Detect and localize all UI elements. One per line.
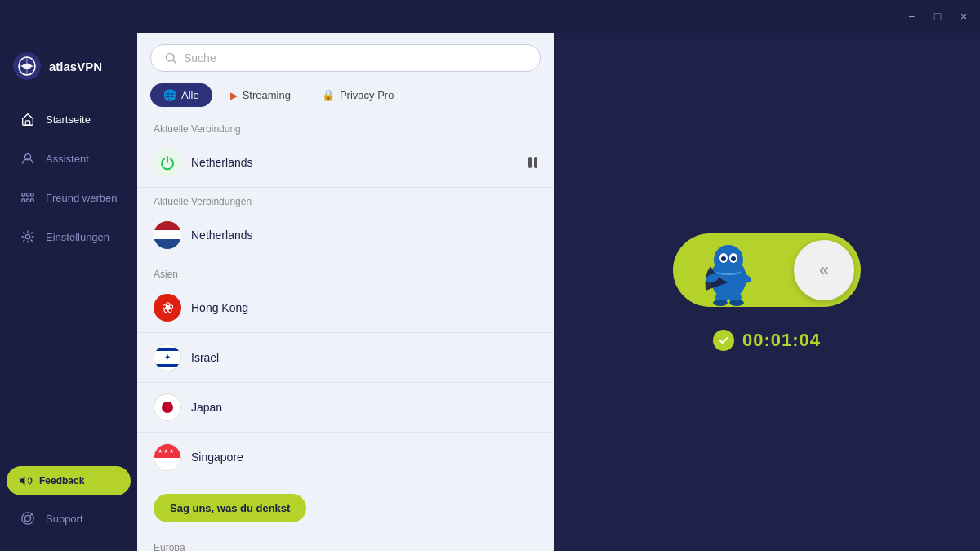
- mascot-icon: [688, 233, 769, 307]
- svg-point-19: [714, 245, 743, 274]
- search-icon: [164, 51, 177, 64]
- tab-streaming-label: Streaming: [243, 89, 291, 101]
- sidebar-item-freund-werben[interactable]: Freund werben: [7, 180, 131, 216]
- titlebar: − □ ×: [0, 0, 980, 33]
- flag-japan: [154, 393, 181, 421]
- logo-area: atlasVPN: [0, 46, 137, 100]
- power-icon: [154, 149, 181, 176]
- feedback-cta-button[interactable]: Sag uns, was du denkst: [154, 494, 306, 522]
- server-name-il: Israel: [191, 351, 537, 364]
- feedback-button[interactable]: Feedback: [7, 466, 131, 495]
- chevron-left-icon: «: [819, 260, 829, 281]
- flag-israel: ✦: [154, 344, 181, 371]
- right-panel: « 00:01:04: [554, 33, 980, 551]
- vpn-toggle-area: « 00:01:04: [673, 233, 861, 351]
- tab-streaming[interactable]: ▶ Streaming: [217, 83, 304, 107]
- svg-rect-9: [26, 199, 29, 202]
- flag-netherlands: [154, 221, 181, 249]
- referral-icon: [20, 189, 36, 206]
- flag-singapore: ★★★: [154, 443, 181, 471]
- svg-point-29: [729, 300, 744, 306]
- tab-streaming-icon: ▶: [230, 90, 238, 101]
- vpn-toggle-track[interactable]: «: [673, 233, 861, 307]
- assistant-icon: [20, 150, 36, 167]
- list-item[interactable]: ❀ Hong Kong: [137, 283, 554, 333]
- support-icon: [20, 510, 36, 527]
- close-button[interactable]: ×: [957, 10, 970, 23]
- tab-privacy-pro-label: Privacy Pro: [340, 89, 394, 101]
- svg-point-23: [731, 256, 736, 261]
- app-body: atlasVPN Startseite Assistent: [0, 33, 980, 551]
- server-name-connected: Netherlands: [191, 156, 519, 169]
- svg-line-14: [30, 514, 33, 517]
- sidebar-item-support[interactable]: Support: [7, 500, 131, 536]
- server-name-sg: Singapore: [191, 451, 537, 464]
- svg-rect-10: [31, 199, 34, 202]
- maximize-button[interactable]: □: [931, 10, 944, 23]
- logo-text: atlasVPN: [49, 60, 102, 73]
- feedback-label: Feedback: [39, 475, 84, 487]
- vpn-timer: 00:01:04: [713, 330, 821, 351]
- flag-hong-kong: ❀: [154, 294, 181, 322]
- svg-point-22: [721, 256, 726, 261]
- svg-line-15: [24, 521, 26, 523]
- sidebar-label-einstellungen: Einstellungen: [46, 231, 109, 243]
- server-name-jp: Japan: [191, 401, 537, 414]
- sidebar-label-assistent: Assistent: [46, 153, 89, 165]
- list-item[interactable]: ★★★ Singapore: [137, 433, 554, 482]
- svg-rect-8: [22, 199, 25, 202]
- list-item[interactable]: Netherlands: [137, 138, 554, 188]
- section-label-aktuelle-verbindung: Aktuelle Verbindung: [137, 115, 554, 138]
- tab-privacy-pro-icon: 🔒: [322, 89, 335, 101]
- settings-icon: [20, 229, 36, 245]
- svg-point-28: [713, 300, 728, 306]
- vpn-timer-text: 00:01:04: [742, 330, 821, 351]
- tab-alle-label: Alle: [181, 89, 199, 101]
- list-item[interactable]: Netherlands: [137, 211, 554, 260]
- megaphone-icon: [20, 474, 33, 487]
- sidebar: atlasVPN Startseite Assistent: [0, 33, 137, 551]
- server-name-hk: Hong Kong: [191, 301, 537, 314]
- search-bar-area: [137, 33, 554, 80]
- section-label-aktuelle-verbindungen: Aktuelle Verbindungen: [137, 188, 554, 211]
- tabs-bar: 🌐 Alle ▶ Streaming 🔒 Privacy Pro: [137, 80, 554, 115]
- svg-rect-7: [31, 193, 34, 197]
- list-item[interactable]: ✦ Israel: [137, 333, 554, 383]
- vpn-toggle-knob[interactable]: «: [794, 240, 854, 300]
- sidebar-label-freund-werben: Freund werben: [46, 192, 117, 204]
- server-name-nl: Netherlands: [191, 229, 537, 242]
- logo-icon: [13, 52, 41, 80]
- tab-privacy-pro[interactable]: 🔒 Privacy Pro: [309, 83, 407, 107]
- sidebar-label-startseite: Startseite: [46, 113, 91, 126]
- search-input-wrap[interactable]: [150, 44, 541, 72]
- tab-alle-icon: 🌐: [163, 89, 176, 101]
- svg-rect-3: [25, 121, 29, 125]
- home-icon: [20, 111, 36, 127]
- server-list: Aktuelle Verbindung Netherlands Aktuelle…: [137, 115, 554, 551]
- search-input[interactable]: [184, 51, 527, 64]
- feedback-cta-area: Sag uns, was du denkst: [137, 482, 554, 534]
- sidebar-item-assistent[interactable]: Assistent: [7, 140, 131, 176]
- pause-icon: [528, 157, 537, 168]
- sidebar-item-startseite[interactable]: Startseite: [7, 101, 131, 137]
- sidebar-item-einstellungen[interactable]: Einstellungen: [7, 219, 131, 255]
- sidebar-label-support: Support: [46, 513, 83, 525]
- section-label-europa: Europa: [137, 534, 554, 551]
- svg-line-17: [173, 60, 176, 64]
- list-item[interactable]: Japan: [137, 383, 554, 433]
- minimize-button[interactable]: −: [905, 10, 918, 23]
- svg-point-13: [24, 515, 30, 521]
- svg-rect-6: [26, 193, 29, 197]
- content-panel: 🌐 Alle ▶ Streaming 🔒 Privacy Pro Aktuell…: [137, 33, 554, 551]
- svg-rect-5: [22, 193, 25, 197]
- tab-alle[interactable]: 🌐 Alle: [150, 83, 212, 107]
- section-label-asien: Asien: [137, 260, 554, 283]
- svg-point-11: [25, 234, 29, 238]
- timer-check-icon: [713, 330, 734, 351]
